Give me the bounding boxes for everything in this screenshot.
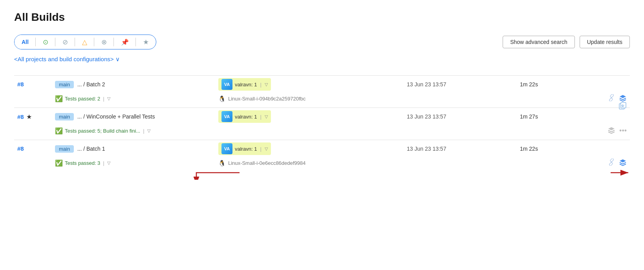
agent-name-2: valravn: 1 xyxy=(235,114,257,120)
projects-link[interactable]: <All projects and build configurations> … xyxy=(14,56,120,63)
link-icon-1[interactable] xyxy=(608,94,615,103)
test-label-3: Tests passed: 3 xyxy=(65,160,100,166)
table-row: #8 ★ main ... / WinConsole + Parallel Te… xyxy=(14,108,630,126)
build-number-3[interactable]: #8 xyxy=(17,145,24,152)
table-row: #8 main ... / Batch 2 VA valravn: 1 | ▽ … xyxy=(14,76,630,93)
export-icon[interactable] xyxy=(619,102,627,112)
build-number-1[interactable]: #8 xyxy=(17,81,24,88)
agent-avatar-1: VA xyxy=(221,79,232,90)
agent-badge-1: VA valravn: 1 | ▽ xyxy=(218,78,271,91)
filter-warning-button[interactable]: △ xyxy=(75,35,94,49)
agent-badge-2: VA valravn: 1 | ▽ xyxy=(218,110,271,123)
duration-1: 1m 22s xyxy=(520,81,538,88)
table-row: #8 main ... / Batch 1 VA valravn: 1 | ▽ … xyxy=(14,140,630,158)
link-icon-3[interactable] xyxy=(608,159,615,168)
table-row-detail: ✅ Tests passed: 2 | ▽ 🐧 Linux-Small-i-09… xyxy=(14,93,630,108)
build-number-2[interactable]: #8 xyxy=(17,113,24,120)
agent-name-3: valravn: 1 xyxy=(235,146,257,152)
filter-bar: All ⊙ ⊘ △ ⊗ 📌 ★ xyxy=(14,35,156,49)
linux-icon-1: 🐧 xyxy=(218,95,226,102)
filter-info-icon: ⊘ xyxy=(62,38,68,46)
filter-starred-icon: ★ xyxy=(143,38,149,46)
layers-icon-2[interactable] xyxy=(607,126,615,136)
check-circle-icon-1: ✅ xyxy=(55,95,63,102)
filter-warning-icon: △ xyxy=(82,38,87,46)
layers-icon-3[interactable] xyxy=(619,158,627,168)
linux-icon-3: 🐧 xyxy=(218,160,226,167)
action-buttons: Show advanced search Update results xyxy=(503,36,630,48)
agent-name-1: valravn: 1 xyxy=(235,82,257,88)
filter-error-icon: ⊗ xyxy=(101,38,107,46)
filter-error-button[interactable]: ⊗ xyxy=(94,35,114,49)
filter-all-label: All xyxy=(22,39,29,45)
agent-line-3: 🐧 Linux-Small-i-0e6ecc86dedef9984 xyxy=(218,160,306,167)
build-path-2: ... / WinConsole + Parallel Tests xyxy=(77,113,155,120)
agent-avatar-3: VA xyxy=(221,143,232,154)
tests-dropdown-2[interactable]: ▽ xyxy=(147,128,150,133)
table-row-detail: ✅ Tests passed: 5; Build chain fini... |… xyxy=(14,125,630,140)
filter-success-button[interactable]: ⊙ xyxy=(36,35,55,49)
builds-table: #8 main ... / Batch 2 VA valravn: 1 | ▽ … xyxy=(14,75,630,172)
tests-dropdown-1[interactable]: ▽ xyxy=(107,96,110,101)
update-results-button[interactable]: Update results xyxy=(580,36,630,48)
filter-pinned-button[interactable]: 📌 xyxy=(114,35,136,49)
advanced-search-button[interactable]: Show advanced search xyxy=(503,36,575,48)
branch-tag-2: main xyxy=(55,113,74,120)
branch-tag-3: main xyxy=(55,145,74,153)
svg-rect-1 xyxy=(621,102,626,108)
star-icon-2[interactable]: ★ xyxy=(26,113,32,120)
more-icon-2[interactable]: ••• xyxy=(619,127,627,135)
duration-2: 1m 27s xyxy=(520,113,538,120)
check-circle-icon-3: ✅ xyxy=(55,159,63,167)
filter-all-button[interactable]: All xyxy=(15,35,36,49)
timestamp-1: 13 Jun 23 13:57 xyxy=(407,81,446,88)
test-status-2: ✅ Tests passed: 5; Build chain fini... |… xyxy=(55,127,150,135)
actions-panel-detail-3 xyxy=(583,158,627,168)
agent-dropdown-arrow-1[interactable]: ▽ xyxy=(265,82,268,87)
agent-id-1: Linux-Small-i-094b9c2a259720fbc xyxy=(228,96,306,102)
build-path-3: ... / Batch 1 xyxy=(77,146,105,152)
filter-info-button[interactable]: ⊘ xyxy=(55,35,75,49)
agent-avatar-2: VA xyxy=(221,111,232,122)
duration-3: 1m 22s xyxy=(520,146,538,152)
branch-tag-1: main xyxy=(55,81,74,88)
timestamp-3: 13 Jun 23 13:57 xyxy=(407,146,446,152)
page-title: All Builds xyxy=(14,11,630,24)
filter-pinned-icon: 📌 xyxy=(121,38,129,46)
toolbar: All ⊙ ⊘ △ ⊗ 📌 ★ Show advanced search xyxy=(14,35,630,49)
agent-dropdown-arrow-3[interactable]: ▽ xyxy=(265,146,268,151)
test-status-3: ✅ Tests passed: 3 | ▽ xyxy=(55,159,110,167)
actions-panel-detail-2: ••• xyxy=(583,126,627,136)
test-label-2: Tests passed: 5; Build chain fini... xyxy=(65,128,140,134)
agent-id-3: Linux-Small-i-0e6ecc86dedef9984 xyxy=(228,160,306,166)
test-status-1: ✅ Tests passed: 2 | ▽ xyxy=(55,95,110,102)
agent-badge-3: VA valravn: 1 | ▽ xyxy=(218,142,271,155)
agent-dropdown-arrow-2[interactable]: ▽ xyxy=(265,114,268,119)
filter-starred-button[interactable]: ★ xyxy=(136,35,156,49)
filter-success-icon: ⊙ xyxy=(43,38,48,46)
agent-line-1: 🐧 Linux-Small-i-094b9c2a259720fbc xyxy=(218,95,306,102)
timestamp-2: 13 Jun 23 13:57 xyxy=(407,113,446,120)
tests-dropdown-3[interactable]: ▽ xyxy=(107,161,110,166)
check-circle-icon-2: ✅ xyxy=(55,127,63,135)
table-row-detail: ✅ Tests passed: 3 | ▽ 🐧 Linux-Small-i-0e… xyxy=(14,157,630,172)
test-label-1: Tests passed: 2 xyxy=(65,96,100,102)
build-path-1: ... / Batch 2 xyxy=(77,81,105,88)
